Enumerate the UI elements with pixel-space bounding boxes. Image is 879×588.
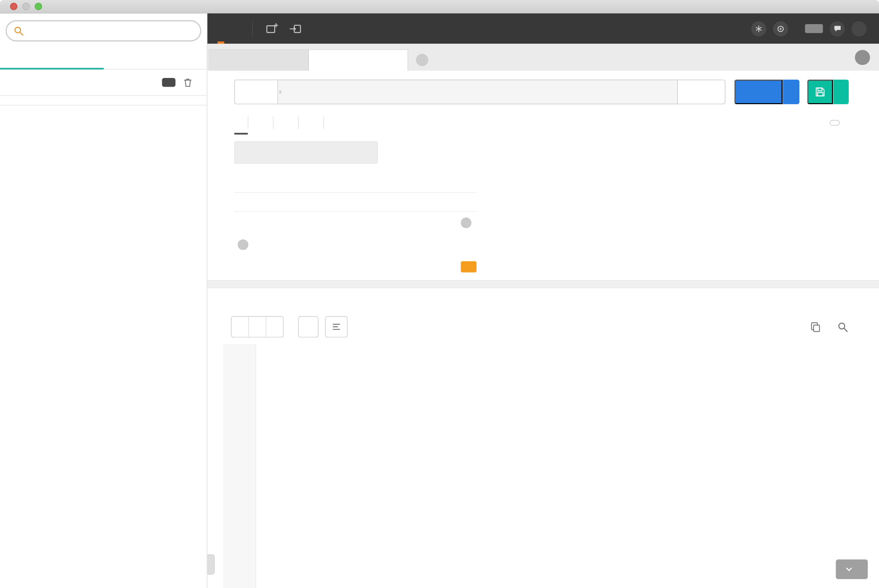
auth-form [234, 174, 477, 273]
chevron-down-icon [845, 565, 853, 573]
url-input[interactable] [278, 80, 677, 104]
sign-in-button[interactable] [805, 24, 823, 33]
response-tabs [231, 288, 849, 312]
maximize-window-button[interactable] [34, 3, 42, 10]
tab-collections[interactable] [104, 47, 207, 69]
wrap-lines-icon [331, 321, 342, 332]
generate-code-icon[interactable] [830, 120, 840, 126]
search-icon [14, 26, 24, 36]
sync-indicator-icon[interactable] [773, 21, 788, 36]
response-panel [207, 288, 879, 588]
tab-prerequest-script[interactable] [299, 111, 323, 134]
sidebar-collapse-handle[interactable] [207, 554, 215, 574]
request-builder [207, 70, 879, 280]
tab-body [273, 111, 298, 134]
window-titlebar [0, 0, 879, 14]
save-icon [814, 86, 826, 98]
builder-topbar [207, 14, 879, 44]
view-pretty-button[interactable] [231, 317, 248, 337]
auth-type-dropdown[interactable] [234, 141, 378, 164]
view-preview-button[interactable] [266, 317, 283, 337]
minimize-window-button[interactable] [22, 3, 30, 10]
new-request-tab-button[interactable] [416, 54, 428, 66]
save-button[interactable] [807, 80, 833, 104]
search-box[interactable] [6, 20, 201, 41]
import-icon[interactable] [289, 22, 302, 35]
view-mode-segment [231, 316, 284, 338]
password-row [234, 193, 477, 212]
sidebar-tabs [0, 47, 207, 69]
tab-authorization[interactable] [234, 111, 248, 134]
request-tab-active[interactable] [309, 50, 408, 70]
request-tab-inactive[interactable] [208, 50, 309, 70]
params-button[interactable] [677, 80, 725, 104]
save-helper-toggle[interactable] [237, 239, 477, 250]
history-actions-row [0, 69, 207, 95]
app-window [0, 0, 879, 588]
feedback-chat-icon[interactable] [830, 21, 845, 36]
response-body-code[interactable] [223, 344, 879, 588]
format-dropdown[interactable] [298, 316, 318, 338]
interceptor-icon[interactable] [752, 21, 766, 36]
send-button[interactable] [735, 80, 783, 104]
tab-tests[interactable] [324, 111, 348, 134]
search-input[interactable] [30, 26, 193, 36]
update-request-button[interactable] [460, 261, 477, 272]
authorization-panel [234, 141, 879, 272]
request-editor-tabs [234, 111, 849, 134]
sidebar [0, 14, 207, 588]
environment-quicklook-icon[interactable] [855, 50, 870, 65]
tab-builder[interactable] [219, 14, 223, 44]
method-dropdown[interactable] [234, 80, 278, 104]
url-row [234, 80, 849, 104]
show-password-toggle[interactable] [234, 218, 477, 228]
main-area [207, 14, 879, 588]
copy-icon[interactable] [810, 321, 821, 333]
favorites-heart-icon[interactable] [852, 21, 867, 36]
history-section-label [0, 95, 207, 105]
send-options-caret[interactable] [783, 80, 800, 104]
tab-headers[interactable] [248, 111, 273, 134]
history-list [0, 105, 207, 588]
scroll-to-response-button[interactable] [836, 560, 868, 579]
checkmark-icon [460, 218, 471, 228]
new-tab-icon[interactable] [265, 22, 279, 35]
response-toolbar [231, 316, 849, 338]
view-raw-button[interactable] [248, 317, 266, 337]
checkmark-icon [237, 239, 248, 250]
trash-icon[interactable] [182, 77, 193, 88]
tab-history[interactable] [0, 47, 104, 69]
save-options-caret[interactable] [833, 80, 849, 104]
topbar-divider [252, 21, 253, 37]
close-window-button[interactable] [10, 3, 18, 10]
wrap-lines-button[interactable] [325, 316, 348, 338]
username-row [234, 174, 477, 193]
panel-divider [207, 280, 879, 288]
search-response-icon[interactable] [837, 321, 849, 333]
request-tabstrip [207, 44, 879, 70]
add-to-collection-button[interactable] [162, 78, 176, 87]
url-text [279, 90, 282, 94]
